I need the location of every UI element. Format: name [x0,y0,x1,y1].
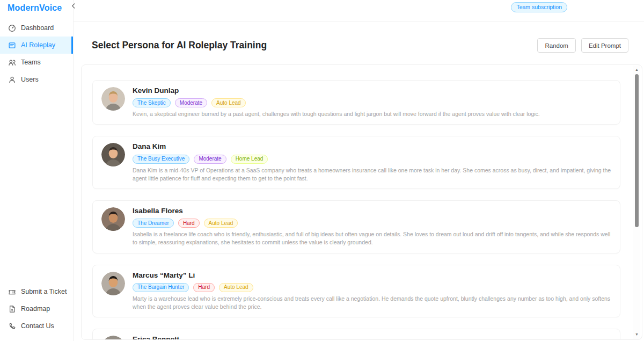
persona-card-body: Dana Kim The Busy ExecutiveModerateHome … [133,142,611,183]
persona-name: Dana Kim [133,142,611,151]
roleplay-icon [8,41,16,49]
avatar [101,336,125,340]
persona-tag: Hard [178,219,200,228]
sidebar-footer-menu: Submit a TicketRoadmapContact Us [0,283,73,335]
sidebar-item-users[interactable]: Users [0,71,73,88]
persona-tag: Auto Lead [219,283,253,292]
sidebar-item-label: Contact Us [21,322,54,330]
persona-card[interactable]: Marcus “Marty” Li The Bargain HunterHard… [92,265,620,318]
scrollbar-down-arrow[interactable]: ▼ [633,331,640,338]
persona-description: Dana Kim is a mid-40s VP of Operations a… [133,166,611,183]
persona-tags: The DreamerHardAuto Lead [133,219,611,228]
header-actions: RandomEdit Prompt [537,38,628,53]
contact-icon [8,322,16,330]
brand-logo: ModernVoice [0,0,73,19]
sidebar-item-label: Submit a Ticket [21,288,67,295]
persona-card-body: Marcus “Marty” Li The Bargain HunterHard… [133,271,611,311]
sidebar-item-label: Users [21,76,39,83]
scrollbar-up-arrow[interactable]: ▲ [633,67,640,73]
sidebar-menu: DashboardAI RoleplayTeamsUsers [0,19,73,88]
persona-card-list: Kevin Dunlap The SkepticModerateAuto Lea… [82,65,642,340]
subscription-badge[interactable]: Team subscription [511,2,567,12]
sidebar-item-dashboard[interactable]: Dashboard [0,19,73,37]
persona-tag: Moderate [175,98,207,107]
content-header: Select Persona for AI Roleplay Training … [92,38,628,53]
persona-tags: The Bargain HunterHardAuto Lead [133,283,611,292]
avatar [101,272,125,295]
sidebar-item-roadmap[interactable]: Roadmap [0,300,73,317]
random-button[interactable]: Random [537,38,575,53]
persona-tag: Hard [193,283,215,292]
persona-tag: Auto Lead [204,219,238,228]
persona-card[interactable]: Erica Bennett The Ideal ClientEasyAuto L… [92,329,620,340]
avatar [101,143,125,166]
persona-tag: Moderate [194,155,226,164]
edit-prompt-button[interactable]: Edit Prompt [581,38,628,53]
page-title: Select Persona for AI Roleplay Training [92,40,267,51]
chevron-left-icon [69,4,78,12]
persona-name: Kevin Dunlap [133,86,611,95]
scrollbar[interactable]: ▲ ▼ [633,66,640,339]
persona-tag: Home Lead [231,155,268,164]
persona-tag: The Bargain Hunter [133,283,189,292]
persona-card[interactable]: Kevin Dunlap The SkepticModerateAuto Lea… [92,80,620,125]
dashboard-icon [8,24,16,32]
sidebar-collapse-button[interactable] [69,2,78,11]
persona-card-body: Erica Bennett The Ideal ClientEasyAuto L… [133,335,611,340]
avatar [101,207,125,231]
persona-tag: Auto Lead [211,98,246,107]
persona-tags: The Busy ExecutiveModerateHome Lead [133,155,611,164]
persona-tag: The Busy Executive [133,155,189,164]
persona-description: Kevin, a skeptical engineer burned by a … [133,110,611,118]
main-area: Team subscription Select Persona for AI … [74,0,644,341]
persona-tags: The SkepticModerateAuto Lead [133,98,611,107]
persona-card-body: Kevin Dunlap The SkepticModerateAuto Lea… [133,86,611,118]
sidebar: ModernVoice DashboardAI RoleplayTeamsUse… [0,0,74,341]
persona-description: Marty is a warehouse lead who is extreme… [133,295,611,311]
sidebar-item-contact-us[interactable]: Contact Us [0,317,73,335]
app-root: ModernVoice DashboardAI RoleplayTeamsUse… [0,0,644,341]
persona-name: Isabella Flores [133,207,611,215]
persona-name: Marcus “Marty” Li [133,271,611,280]
roadmap-icon [8,305,16,313]
persona-card[interactable]: Dana Kim The Busy ExecutiveModerateHome … [92,136,620,189]
ticket-icon [8,288,16,296]
sidebar-item-label: Teams [21,59,41,66]
persona-description: Isabella is a freelance life coach who i… [133,230,611,246]
persona-card[interactable]: Isabella Flores The DreamerHardAuto Lead… [92,200,620,253]
sidebar-item-label: Dashboard [21,24,54,32]
sidebar-item-label: AI Roleplay [21,41,55,49]
scrollbar-thumb[interactable] [635,74,639,227]
persona-tag: The Skeptic [133,98,171,107]
persona-card-body: Isabella Flores The DreamerHardAuto Lead… [133,206,611,247]
top-bar: Team subscription [74,0,644,21]
persona-name: Erica Bennett [133,335,611,340]
avatar [101,87,125,111]
persona-tag: The Dreamer [133,219,174,228]
sidebar-item-label: Roadmap [21,305,50,313]
persona-list-panel: Kevin Dunlap The SkepticModerateAuto Lea… [81,64,642,340]
sidebar-item-teams[interactable]: Teams [0,54,73,71]
users-icon [8,76,16,84]
sidebar-item-submit-a-ticket[interactable]: Submit a Ticket [0,283,73,300]
sidebar-item-ai-roleplay[interactable]: AI Roleplay [0,37,73,54]
teams-icon [8,59,16,67]
